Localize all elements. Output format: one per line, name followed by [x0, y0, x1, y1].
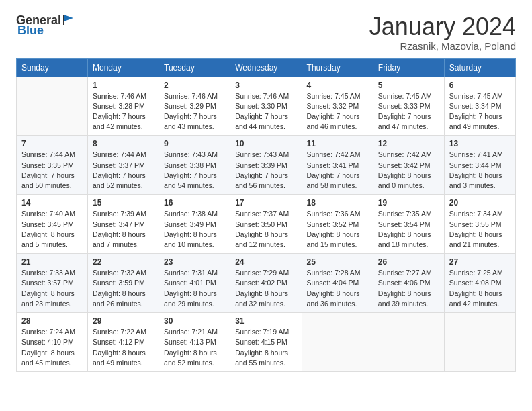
day-detail: Sunrise: 7:25 AMSunset: 4:08 PMDaylight:… [449, 268, 511, 309]
day-detail: Sunrise: 7:46 AMSunset: 3:30 PMDaylight:… [235, 91, 296, 132]
calendar-cell: 26Sunrise: 7:27 AMSunset: 4:06 PMDayligh… [373, 254, 444, 313]
day-number: 14 [21, 198, 83, 208]
calendar-cell: 19Sunrise: 7:35 AMSunset: 3:54 PMDayligh… [373, 195, 444, 254]
day-number: 27 [449, 257, 511, 267]
day-detail: Sunrise: 7:45 AMSunset: 3:33 PMDaylight:… [378, 91, 439, 132]
day-number: 5 [378, 81, 439, 90]
location: Rzasnik, Mazovia, Poland [369, 40, 516, 52]
calendar-week-row: 1Sunrise: 7:46 AMSunset: 3:28 PMDaylight… [17, 77, 516, 136]
day-number: 31 [235, 316, 296, 326]
logo-flag-icon [62, 13, 75, 26]
day-detail: Sunrise: 7:41 AMSunset: 3:44 PMDaylight:… [449, 150, 511, 191]
day-number: 24 [235, 257, 296, 267]
day-detail: Sunrise: 7:22 AMSunset: 4:12 PMDaylight:… [93, 327, 154, 368]
day-number: 4 [307, 81, 368, 90]
day-number: 10 [235, 139, 296, 148]
day-of-week-header: Monday [88, 58, 159, 77]
day-detail: Sunrise: 7:44 AMSunset: 3:35 PMDaylight:… [21, 150, 83, 191]
day-detail: Sunrise: 7:45 AMSunset: 3:34 PMDaylight:… [449, 91, 511, 132]
day-detail: Sunrise: 7:40 AMSunset: 3:45 PMDaylight:… [21, 209, 83, 250]
day-detail: Sunrise: 7:31 AMSunset: 4:01 PMDaylight:… [164, 268, 225, 309]
calendar-cell [444, 313, 515, 372]
day-number: 7 [21, 139, 83, 148]
calendar-cell: 18Sunrise: 7:36 AMSunset: 3:52 PMDayligh… [302, 195, 373, 254]
calendar-cell: 31Sunrise: 7:19 AMSunset: 4:15 PMDayligh… [230, 313, 302, 372]
day-detail: Sunrise: 7:45 AMSunset: 3:32 PMDaylight:… [307, 91, 368, 132]
day-number: 15 [93, 198, 154, 208]
svg-marker-0 [64, 15, 73, 21]
calendar-cell: 12Sunrise: 7:42 AMSunset: 3:42 PMDayligh… [373, 136, 444, 195]
calendar-header-row: SundayMondayTuesdayWednesdayThursdayFrid… [17, 58, 516, 77]
day-of-week-header: Sunday [17, 58, 88, 77]
day-of-week-header: Thursday [302, 58, 373, 77]
calendar-cell: 6Sunrise: 7:45 AMSunset: 3:34 PMDaylight… [444, 77, 515, 136]
title-block: January 2024 Rzasnik, Mazovia, Poland [369, 13, 516, 52]
day-number: 9 [164, 139, 225, 148]
day-detail: Sunrise: 7:33 AMSunset: 3:57 PMDaylight:… [21, 268, 83, 309]
day-detail: Sunrise: 7:34 AMSunset: 3:55 PMDaylight:… [449, 209, 511, 250]
calendar-week-row: 21Sunrise: 7:33 AMSunset: 3:57 PMDayligh… [17, 254, 516, 313]
calendar-cell [302, 313, 373, 372]
day-of-week-header: Saturday [444, 58, 515, 77]
logo: General Blue [16, 13, 75, 36]
day-number: 26 [378, 257, 439, 267]
calendar-cell: 30Sunrise: 7:21 AMSunset: 4:13 PMDayligh… [159, 313, 230, 372]
day-detail: Sunrise: 7:36 AMSunset: 3:52 PMDaylight:… [307, 209, 368, 250]
calendar-cell: 11Sunrise: 7:42 AMSunset: 3:41 PMDayligh… [302, 136, 373, 195]
day-detail: Sunrise: 7:32 AMSunset: 3:59 PMDaylight:… [93, 268, 154, 309]
day-detail: Sunrise: 7:29 AMSunset: 4:02 PMDaylight:… [235, 268, 296, 309]
day-number: 11 [307, 139, 368, 148]
calendar-cell: 3Sunrise: 7:46 AMSunset: 3:30 PMDaylight… [230, 77, 302, 136]
day-number: 2 [164, 81, 225, 90]
calendar-cell: 29Sunrise: 7:22 AMSunset: 4:12 PMDayligh… [88, 313, 159, 372]
day-number: 8 [93, 139, 154, 148]
calendar-cell: 23Sunrise: 7:31 AMSunset: 4:01 PMDayligh… [159, 254, 230, 313]
day-detail: Sunrise: 7:42 AMSunset: 3:42 PMDaylight:… [378, 150, 439, 191]
day-number: 3 [235, 81, 296, 90]
day-detail: Sunrise: 7:43 AMSunset: 3:39 PMDaylight:… [235, 150, 296, 191]
calendar-cell: 1Sunrise: 7:46 AMSunset: 3:28 PMDaylight… [88, 77, 159, 136]
calendar-cell: 16Sunrise: 7:38 AMSunset: 3:49 PMDayligh… [159, 195, 230, 254]
calendar-cell: 9Sunrise: 7:43 AMSunset: 3:38 PMDaylight… [159, 136, 230, 195]
calendar-cell: 21Sunrise: 7:33 AMSunset: 3:57 PMDayligh… [17, 254, 88, 313]
calendar-cell: 28Sunrise: 7:24 AMSunset: 4:10 PMDayligh… [17, 313, 88, 372]
calendar-cell: 7Sunrise: 7:44 AMSunset: 3:35 PMDaylight… [17, 136, 88, 195]
day-number: 30 [164, 316, 225, 326]
day-number: 20 [449, 198, 511, 208]
day-detail: Sunrise: 7:37 AMSunset: 3:50 PMDaylight:… [235, 209, 296, 250]
day-detail: Sunrise: 7:38 AMSunset: 3:49 PMDaylight:… [164, 209, 225, 250]
logo-blue: Blue [17, 24, 44, 36]
day-detail: Sunrise: 7:42 AMSunset: 3:41 PMDaylight:… [307, 150, 368, 191]
day-number: 12 [378, 139, 439, 148]
calendar-cell: 22Sunrise: 7:32 AMSunset: 3:59 PMDayligh… [88, 254, 159, 313]
day-detail: Sunrise: 7:46 AMSunset: 3:28 PMDaylight:… [93, 91, 154, 132]
calendar-cell: 5Sunrise: 7:45 AMSunset: 3:33 PMDaylight… [373, 77, 444, 136]
header: General Blue January 2024 Rzasnik, Mazov… [16, 13, 516, 52]
calendar-cell [373, 313, 444, 372]
day-number: 17 [235, 198, 296, 208]
day-number: 6 [449, 81, 511, 90]
calendar-week-row: 14Sunrise: 7:40 AMSunset: 3:45 PMDayligh… [17, 195, 516, 254]
calendar-week-row: 7Sunrise: 7:44 AMSunset: 3:35 PMDaylight… [17, 136, 516, 195]
day-detail: Sunrise: 7:28 AMSunset: 4:04 PMDaylight:… [307, 268, 368, 309]
calendar-cell: 10Sunrise: 7:43 AMSunset: 3:39 PMDayligh… [230, 136, 302, 195]
calendar-cell: 24Sunrise: 7:29 AMSunset: 4:02 PMDayligh… [230, 254, 302, 313]
day-number: 19 [378, 198, 439, 208]
calendar-cell: 15Sunrise: 7:39 AMSunset: 3:47 PMDayligh… [88, 195, 159, 254]
day-detail: Sunrise: 7:39 AMSunset: 3:47 PMDaylight:… [93, 209, 154, 250]
day-detail: Sunrise: 7:43 AMSunset: 3:38 PMDaylight:… [164, 150, 225, 191]
day-detail: Sunrise: 7:44 AMSunset: 3:37 PMDaylight:… [93, 150, 154, 191]
calendar-cell: 8Sunrise: 7:44 AMSunset: 3:37 PMDaylight… [88, 136, 159, 195]
day-number: 16 [164, 198, 225, 208]
day-number: 18 [307, 198, 368, 208]
day-number: 21 [21, 257, 83, 267]
calendar-cell: 14Sunrise: 7:40 AMSunset: 3:45 PMDayligh… [17, 195, 88, 254]
day-of-week-header: Tuesday [159, 58, 230, 77]
day-of-week-header: Friday [373, 58, 444, 77]
day-of-week-header: Wednesday [230, 58, 302, 77]
calendar-cell: 25Sunrise: 7:28 AMSunset: 4:04 PMDayligh… [302, 254, 373, 313]
day-detail: Sunrise: 7:27 AMSunset: 4:06 PMDaylight:… [378, 268, 439, 309]
day-detail: Sunrise: 7:19 AMSunset: 4:15 PMDaylight:… [235, 327, 296, 368]
day-number: 1 [93, 81, 154, 90]
day-number: 29 [93, 316, 154, 326]
